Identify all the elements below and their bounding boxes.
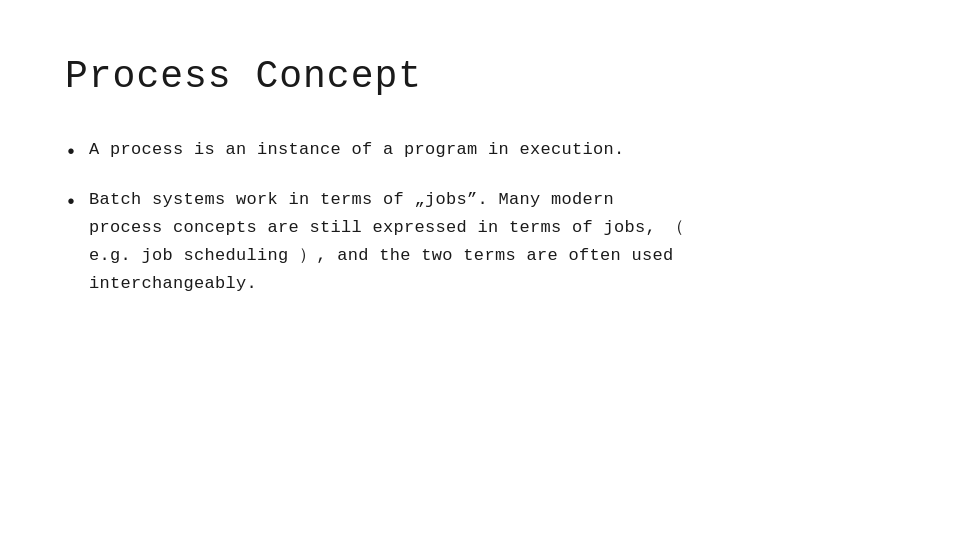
slide-title: Process Concept	[65, 55, 895, 98]
bullet-item-2: • Batch systems work in terms of „jobs”.…	[65, 186, 895, 298]
bullet-2-line1: Batch systems work in terms of „jobs”. M…	[89, 190, 614, 209]
bullet-text-1: A process is an instance of a program in…	[89, 136, 895, 164]
bullet-text-2: Batch systems work in terms of „jobs”. M…	[89, 186, 895, 298]
bullet-2-line2: process concepts are still expressed in …	[89, 218, 684, 237]
bullet-2-line3: e.g. job scheduling ）, and the two terms…	[89, 246, 673, 265]
slide: Process Concept • A process is an instan…	[0, 0, 960, 540]
bullet-list: • A process is an instance of a program …	[65, 136, 895, 298]
bullet-2-line4: interchangeably.	[89, 274, 257, 293]
bullet-dot-2: •	[65, 188, 77, 218]
bullet-item-1: • A process is an instance of a program …	[65, 136, 895, 168]
bullet-dot-1: •	[65, 138, 77, 168]
